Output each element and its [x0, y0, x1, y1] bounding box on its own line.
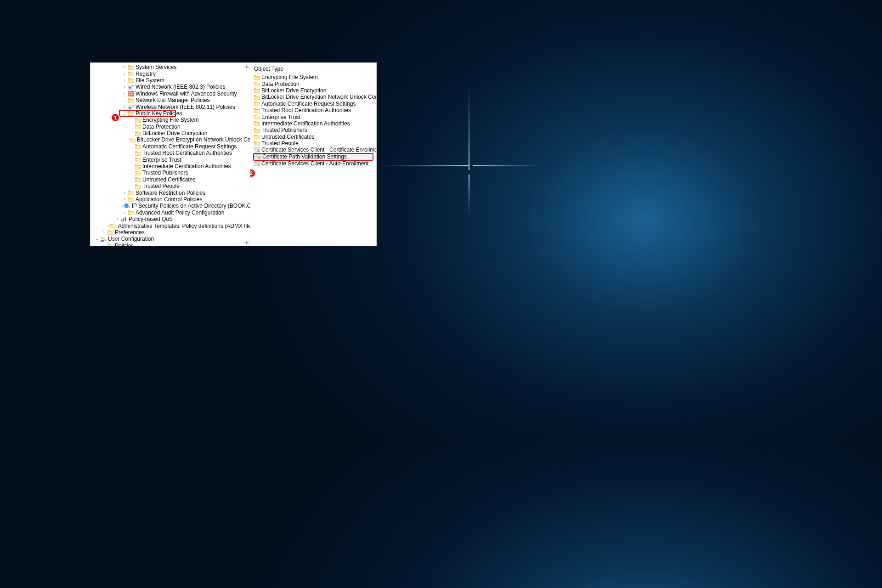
- list-pane: Object Type Encrypting File SystemData P…: [250, 63, 376, 246]
- chevron-right-icon[interactable]: ›: [122, 84, 127, 89]
- chevron-down-icon[interactable]: ⌄: [122, 111, 127, 116]
- folder-icon: [135, 144, 141, 149]
- cert-icon: [254, 154, 261, 159]
- chevron-right-icon[interactable]: ›: [101, 243, 107, 246]
- tree-node[interactable]: Enterprise Trust: [90, 156, 250, 163]
- tree-node[interactable]: ›Policy-based QoS: [90, 216, 250, 222]
- tree-node[interactable]: ›Application Control Policies: [90, 196, 250, 203]
- svg-rect-13: [123, 218, 124, 221]
- chevron-right-icon[interactable]: ›: [122, 190, 127, 195]
- tree-node[interactable]: ›Wired Network (IEEE 802.3) Policies: [90, 84, 250, 90]
- tree-node[interactable]: ›Administrative Templates: Policy defini…: [90, 222, 250, 229]
- column-header-object-type[interactable]: Object Type: [253, 65, 373, 74]
- folder-icon: [110, 223, 117, 229]
- tree-node[interactable]: Data Protection: [90, 124, 250, 130]
- list-item[interactable]: Intermediate Certification Authorities: [253, 120, 373, 127]
- tree-node-label: System Services: [136, 64, 176, 70]
- tree-node[interactable]: Trusted People: [90, 183, 250, 189]
- tree-node[interactable]: ⌄User Configuration: [90, 236, 250, 242]
- tree-node-label: Untrusted Certificates: [142, 176, 195, 183]
- chevron-right-icon[interactable]: ›: [115, 216, 120, 221]
- list-item[interactable]: Untrusted Certificates: [253, 134, 373, 140]
- list-item[interactable]: Trusted Root Certification Authorities: [253, 107, 373, 113]
- list-item[interactable]: Certificate Path Validation Settings: [253, 153, 373, 161]
- folder-icon: [128, 71, 134, 77]
- chevron-right-icon[interactable]: ›: [101, 229, 107, 235]
- scroll-down-icon[interactable]: ▾: [244, 240, 249, 245]
- tree-node-label: BitLocker Drive Encryption: [142, 130, 207, 136]
- list-item[interactable]: Encrypting File System: [253, 74, 373, 80]
- qos-icon: [121, 216, 127, 222]
- list-item[interactable]: Enterprise Trust: [253, 113, 373, 120]
- folder-icon: [254, 114, 260, 120]
- list-item[interactable]: Certificate Services Client - Auto-Enrol…: [253, 160, 373, 167]
- tree-node-label: Automatic Certificate Request Settings: [142, 143, 237, 150]
- list-item-label: Intermediate Certification Authorities: [261, 120, 350, 127]
- list-item[interactable]: Automatic Certificate Request Settings: [253, 101, 373, 107]
- tree-node-label: Wireless Network (IEEE 802.11) Policies: [136, 104, 235, 110]
- tree-node[interactable]: ›Policies: [90, 243, 250, 246]
- tree-node-label: Enterprise Trust: [142, 157, 181, 163]
- net-icon: [128, 104, 134, 110]
- folder-icon: [135, 124, 141, 130]
- chevron-right-icon[interactable]: ›: [122, 71, 127, 76]
- tree-node[interactable]: Trusted Publishers: [90, 170, 250, 176]
- list-item[interactable]: Certificate Services Client - Certificat…: [253, 147, 373, 153]
- svg-rect-1: [129, 87, 131, 89]
- tree-node-label: Advanced Audit Policy Configuration: [136, 209, 224, 216]
- ipsec-icon: [124, 203, 130, 209]
- tree-node[interactable]: ›File System: [90, 77, 250, 84]
- list-item-label: BitLocker Drive Encryption: [261, 87, 326, 94]
- tree-node-label: Intermediate Certification Authorities: [142, 163, 231, 170]
- list-item[interactable]: Data Protection: [253, 80, 373, 87]
- folder-icon: [129, 137, 136, 142]
- list-item[interactable]: Trusted Publishers: [253, 127, 373, 133]
- chevron-right-icon[interactable]: ›: [122, 209, 127, 215]
- chevron-right-icon[interactable]: ›: [122, 104, 127, 109]
- net-icon: [128, 84, 134, 90]
- chevron-right-icon[interactable]: ›: [122, 90, 127, 96]
- tree-node[interactable]: ›Advanced Audit Policy Configuration: [90, 209, 250, 216]
- tree-node-label: BitLocker Drive Encryption Network Unloc…: [137, 136, 250, 143]
- folder-icon: [135, 164, 141, 169]
- tree-node[interactable]: Trusted Root Certification Authorities: [90, 150, 250, 156]
- folder-icon: [135, 150, 141, 156]
- chevron-right-icon[interactable]: ›: [122, 64, 127, 69]
- chevron-right-icon[interactable]: ›: [122, 203, 124, 208]
- folder-icon: [128, 97, 134, 103]
- tree-node-label: User Configuration: [108, 236, 154, 242]
- tree-node[interactable]: Network List Manager Policies: [90, 97, 250, 103]
- scroll-up-icon[interactable]: ▴: [244, 63, 249, 69]
- chevron-down-icon[interactable]: ⌄: [94, 237, 100, 241]
- folder-icon: [107, 230, 113, 235]
- tree-node[interactable]: ›Registry: [90, 70, 250, 77]
- tree-node[interactable]: Automatic Certificate Request Settings: [90, 143, 250, 150]
- svg-rect-14: [125, 217, 126, 221]
- tree-node[interactable]: ›IP Security Policies on Active Director…: [90, 203, 250, 209]
- tree-node[interactable]: BitLocker Drive Encryption: [90, 130, 250, 136]
- folder-icon: [254, 88, 260, 93]
- tree-node[interactable]: ›Windows Firewall with Advanced Security: [90, 90, 250, 97]
- tree-node-label: Administrative Templates: Policy definit…: [118, 223, 250, 229]
- folder-icon: [128, 197, 134, 202]
- tree-node[interactable]: Intermediate Certification Authorities: [90, 163, 250, 170]
- list-item-label: Data Protection: [261, 81, 300, 87]
- folder-icon: [128, 190, 134, 196]
- folder-icon: [128, 78, 134, 83]
- chevron-right-icon[interactable]: ›: [122, 196, 127, 202]
- tree-node[interactable]: BitLocker Drive Encryption Network Unloc…: [90, 136, 250, 143]
- list-item[interactable]: BitLocker Drive Encryption: [253, 87, 373, 94]
- tree-node[interactable]: ›Preferences: [90, 229, 250, 236]
- tree-node[interactable]: ›Software Restriction Policies: [90, 189, 250, 196]
- tree-node[interactable]: Untrusted Certificates: [90, 176, 250, 183]
- chevron-right-icon[interactable]: ›: [122, 77, 127, 83]
- svg-rect-9: [129, 107, 131, 108]
- list-item[interactable]: BitLocker Drive Encryption Network Unloc…: [253, 94, 373, 100]
- tree-node[interactable]: ›Wireless Network (IEEE 802.11) Policies: [90, 103, 250, 110]
- callout-1: 1: [111, 113, 120, 122]
- tree-node[interactable]: ›System Services: [90, 64, 250, 70]
- svg-point-10: [124, 204, 129, 208]
- list-item[interactable]: Trusted People: [253, 140, 373, 147]
- chevron-right-icon[interactable]: ›: [108, 223, 110, 228]
- svg-point-22: [258, 157, 260, 159]
